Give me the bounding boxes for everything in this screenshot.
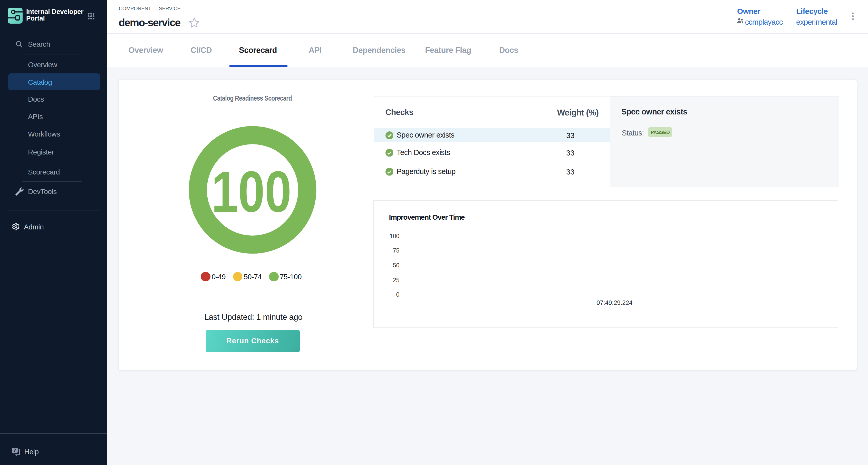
svg-text:?: ?	[13, 448, 16, 453]
svg-text:100: 100	[212, 159, 291, 224]
